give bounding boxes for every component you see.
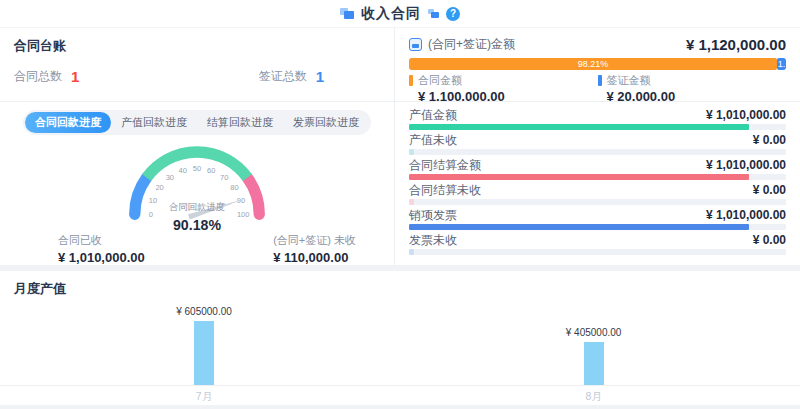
amount-rows-panel: 产值金额¥ 1,010,000.00 产值未收¥ 0.00 合同结算金额¥ 1,… xyxy=(395,102,800,265)
row-bar-track xyxy=(409,174,786,180)
bar xyxy=(584,342,604,385)
legend-contract-amount: 合同金额 ¥ 1,100,000.00 xyxy=(409,74,598,101)
ledger-panel: 合同台账 合同总数 1 签证总数 1 xyxy=(0,28,394,101)
row-bar-track xyxy=(409,199,786,205)
svg-text:40: 40 xyxy=(179,166,187,175)
received-stat: 合同已收 ¥ 1,010,000.00 xyxy=(58,233,145,265)
svg-text:30: 30 xyxy=(166,173,174,182)
svg-text:0: 0 xyxy=(149,210,153,219)
bar-group: ¥ 605000.00 7月 xyxy=(159,306,249,385)
amount-row: 销项发票¥ 1,010,000.00 xyxy=(409,208,786,233)
tab-contract-progress[interactable]: 合同回款进度 xyxy=(25,112,111,133)
tab-settlement-progress[interactable]: 结算回款进度 xyxy=(197,112,283,133)
amount-row: 发票未收¥ 0.00 xyxy=(409,233,786,258)
stat-label: 签证总数 xyxy=(259,68,307,85)
stat-value: 1 xyxy=(71,68,79,85)
page-header: 收入合同 ? xyxy=(0,0,800,28)
amount-bar-fill xyxy=(409,124,749,130)
contract-visa-split-bar: 98.21% 1. xyxy=(409,58,786,70)
unreceived-stat: (合同+签证) 未收 ¥ 110,000.00 xyxy=(273,233,356,265)
row-value: ¥ 1,010,000.00 xyxy=(706,158,786,172)
unreceived-label: (合同+签证) 未收 xyxy=(273,233,356,248)
received-label: 合同已收 xyxy=(58,233,145,248)
bar-category-label: 8月 xyxy=(549,390,639,404)
legend-value: ¥ 20,000.00 xyxy=(607,89,787,101)
legend-visa-amount: 签证金额 ¥ 20,000.00 xyxy=(598,74,787,101)
row-label: 合同结算未收 xyxy=(409,182,481,199)
bar xyxy=(194,321,214,385)
row-bar-track xyxy=(409,124,786,130)
legend-label: 合同金额 xyxy=(418,73,462,88)
svg-text:70: 70 xyxy=(220,173,228,182)
progress-tabs: 合同回款进度 产值回款进度 结算回款进度 发票回款进度 xyxy=(23,110,371,135)
monthly-output-panel: ¥ 605000.00 7月 ¥ 405000.00 8月 月度产值 xyxy=(0,271,800,405)
svg-text:10: 10 xyxy=(149,196,157,205)
split-bar-segment: 1. xyxy=(777,58,786,70)
collection-gauge: 0102030405060708090100合同回款进度90.18% xyxy=(97,135,297,235)
amount-row: 产值未收¥ 0.00 xyxy=(409,133,786,158)
row-label: 产值金额 xyxy=(409,107,457,124)
legend-value: ¥ 1,100,000.00 xyxy=(418,89,598,101)
legend-label: 签证金额 xyxy=(607,73,651,88)
page-title: 收入合同 xyxy=(361,5,421,23)
svg-text:90.18%: 90.18% xyxy=(173,217,221,233)
dashboard-grid: 合同台账 合同总数 1 签证总数 1 (合同+签证)金额 ¥ 1,120,000… xyxy=(0,28,800,265)
collection-progress-panel: 合同回款进度 产值回款进度 结算回款进度 发票回款进度 010203040506… xyxy=(0,102,394,265)
contract-icon xyxy=(409,38,422,51)
bar-category-label: 7月 xyxy=(159,390,249,404)
copy-icon xyxy=(428,9,439,18)
folder-icon xyxy=(340,8,354,19)
bar-value-label: ¥ 605000.00 xyxy=(159,306,249,317)
amount-bar-fill xyxy=(409,249,414,255)
legend-marker xyxy=(598,75,602,86)
amount-summary-panel: (合同+签证)金额 ¥ 1,120,000.00 98.21% 1. 合同金额 … xyxy=(395,28,800,101)
bar-value-label: ¥ 405000.00 xyxy=(549,327,639,338)
row-bar-track xyxy=(409,224,786,230)
unreceived-value: ¥ 110,000.00 xyxy=(273,250,356,265)
amount-row: 合同结算未收¥ 0.00 xyxy=(409,183,786,208)
received-value: ¥ 1,010,000.00 xyxy=(58,250,145,265)
row-label: 销项发票 xyxy=(409,207,457,224)
row-label: 发票未收 xyxy=(409,232,457,249)
gauge-summary: 合同已收 ¥ 1,010,000.00 (合同+签证) 未收 ¥ 110,000… xyxy=(0,233,394,265)
monthly-bar-chart: ¥ 605000.00 7月 ¥ 405000.00 8月 xyxy=(0,271,800,386)
row-value: ¥ 0.00 xyxy=(753,133,786,147)
ledger-title: 合同台账 xyxy=(14,37,380,55)
row-label: 产值未收 xyxy=(409,132,457,149)
amount-row: 合同结算金额¥ 1,010,000.00 xyxy=(409,158,786,183)
row-label: 合同结算金额 xyxy=(409,157,481,174)
split-legend: 合同金额 ¥ 1,100,000.00 签证金额 ¥ 20,000.00 xyxy=(409,74,786,101)
stat-contract-count: 合同总数 1 xyxy=(14,68,79,85)
row-bar-track xyxy=(409,249,786,255)
bar-group: ¥ 405000.00 8月 xyxy=(549,327,639,385)
summary-title: (合同+签证)金额 xyxy=(428,36,515,53)
row-bar-track xyxy=(409,149,786,155)
stat-label: 合同总数 xyxy=(14,68,62,85)
svg-text:合同回款进度: 合同回款进度 xyxy=(169,201,226,212)
row-value: ¥ 0.00 xyxy=(753,233,786,247)
svg-text:100: 100 xyxy=(237,210,250,219)
amount-bar-fill xyxy=(409,174,749,180)
summary-total: ¥ 1,120,000.00 xyxy=(686,36,786,53)
row-value: ¥ 1,010,000.00 xyxy=(706,108,786,122)
tab-output-progress[interactable]: 产值回款进度 xyxy=(111,112,197,133)
amount-bar-fill xyxy=(409,199,414,205)
help-icon[interactable]: ? xyxy=(446,7,460,21)
svg-text:80: 80 xyxy=(230,183,238,192)
stat-value: 1 xyxy=(316,68,324,85)
row-value: ¥ 0.00 xyxy=(753,183,786,197)
ledger-stats: 合同总数 1 签证总数 1 xyxy=(14,68,380,85)
amount-row: 产值金额¥ 1,010,000.00 xyxy=(409,108,786,133)
monthly-title: 月度产值 xyxy=(14,280,66,298)
amount-bar-fill xyxy=(409,149,414,155)
legend-marker xyxy=(409,75,413,86)
amount-bar-fill xyxy=(409,224,749,230)
row-value: ¥ 1,010,000.00 xyxy=(706,208,786,222)
svg-text:20: 20 xyxy=(155,183,163,192)
split-bar-segment: 98.21% xyxy=(409,58,777,70)
stat-visa-count: 签证总数 1 xyxy=(259,68,324,85)
svg-text:60: 60 xyxy=(207,166,215,175)
svg-text:50: 50 xyxy=(193,164,201,173)
tab-invoice-progress[interactable]: 发票回款进度 xyxy=(283,112,369,133)
